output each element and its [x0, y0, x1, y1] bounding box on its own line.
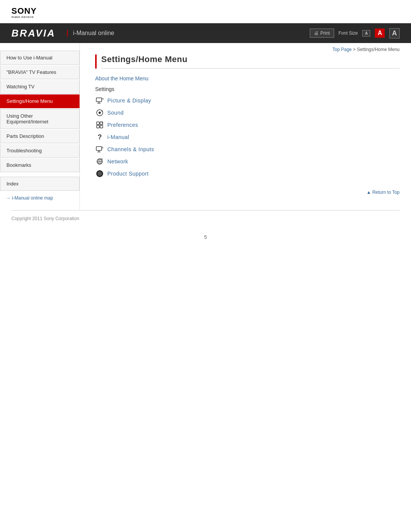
page-title: Settings/Home Menu: [101, 54, 400, 64]
footer: Copyright 2011 Sony Corporation: [0, 211, 411, 227]
svg-point-5: [99, 112, 101, 114]
svg-text:9: 9: [101, 121, 103, 124]
sidebar: How to Use i-Manual "BRAVIA" TV Features…: [0, 43, 80, 210]
print-icon: 🖨: [314, 30, 319, 36]
return-top-area: ▲ Return to Top: [95, 181, 400, 199]
sidebar-item-how-to-use[interactable]: How to Use i-Manual: [0, 51, 80, 65]
sidebar-item-bravia-features[interactable]: "BRAVIA" TV Features: [0, 66, 80, 79]
sony-tagline: make.believe: [11, 15, 400, 19]
imanual-link[interactable]: i-Manual: [107, 134, 129, 140]
product-support-icon: [95, 169, 104, 178]
settings-list: 9 Picture & Display 9 Sound: [95, 96, 400, 178]
sidebar-item-parts-description[interactable]: Parts Description: [0, 129, 80, 143]
svg-text:9: 9: [101, 110, 103, 112]
about-home-menu-link[interactable]: About the Home Menu: [95, 75, 400, 81]
map-link-label: i-Manual online map: [12, 195, 53, 201]
sidebar-item-watching-tv[interactable]: Watching TV: [0, 80, 80, 94]
picture-display-icon: 9: [95, 96, 104, 105]
print-label: Print: [320, 30, 330, 36]
svg-text:9: 9: [102, 97, 104, 101]
sound-link[interactable]: Sound: [107, 110, 124, 116]
sound-icon: 9: [95, 108, 104, 117]
font-size-small-button[interactable]: A: [362, 30, 370, 37]
settings-item-sound: 9 Sound: [95, 108, 400, 117]
arrow-right-icon: →: [6, 195, 12, 201]
product-support-link[interactable]: Product Support: [107, 171, 149, 177]
imanual-icon: ?: [95, 133, 104, 142]
page-title-area: Settings/Home Menu: [95, 54, 400, 69]
svg-rect-12: [96, 147, 102, 150]
sidebar-item-troubleshooting[interactable]: Troubleshooting: [0, 144, 80, 158]
settings-label: Settings: [95, 86, 400, 92]
channels-icon: 9: [95, 145, 104, 154]
logo-area: SONY make.believe: [0, 0, 411, 23]
preferences-icon: 9: [95, 120, 104, 129]
copyright-text: Copyright 2011 Sony Corporation: [11, 216, 79, 221]
header-bar: BRAVIA i-Manual online 🖨 Print Font Size…: [0, 23, 411, 43]
imanual-title: i-Manual online: [67, 30, 115, 37]
svg-text:9: 9: [101, 158, 103, 160]
sidebar-item-index[interactable]: Index: [0, 177, 80, 191]
svg-rect-7: [97, 122, 99, 125]
preferences-link[interactable]: Preferences: [107, 122, 138, 128]
settings-item-imanual: ? i-Manual: [95, 133, 400, 142]
settings-item-product-support: Product Support: [95, 169, 400, 178]
sony-logo: SONY: [11, 7, 400, 15]
picture-display-link[interactable]: Picture & Display: [107, 97, 151, 104]
main-layout: How to Use i-Manual "BRAVIA" TV Features…: [0, 43, 411, 210]
settings-item-channels: 9 Channels & Inputs: [95, 145, 400, 154]
font-size-large-button[interactable]: A: [389, 28, 400, 38]
channels-inputs-link[interactable]: Channels & Inputs: [107, 146, 154, 152]
svg-rect-0: [96, 98, 102, 102]
sidebar-map-link[interactable]: → i-Manual online map: [0, 191, 80, 205]
settings-item-picture: 9 Picture & Display: [95, 96, 400, 105]
svg-point-22: [97, 171, 102, 176]
settings-item-network: 9 Network: [95, 157, 400, 166]
sidebar-item-using-other[interactable]: Using Other Equipment/Internet: [0, 109, 80, 129]
breadcrumb-top-page[interactable]: Top Page: [333, 47, 352, 52]
content-area: Top Page > Settings/Home Menu Settings/H…: [80, 43, 411, 210]
header-right: 🖨 Print Font Size A A A: [310, 28, 400, 38]
title-divider: [101, 68, 400, 69]
network-icon: 9: [95, 157, 104, 166]
return-to-top-link[interactable]: ▲ Return to Top: [366, 190, 400, 195]
network-link[interactable]: Network: [107, 158, 128, 165]
sidebar-item-bookmarks[interactable]: Bookmarks: [0, 158, 80, 172]
breadcrumb-current: Settings/Home Menu: [357, 47, 400, 52]
header-left: BRAVIA i-Manual online: [11, 27, 114, 39]
breadcrumb-separator: >: [353, 47, 357, 52]
svg-rect-10: [100, 125, 103, 128]
font-size-medium-button[interactable]: A: [375, 29, 385, 38]
font-size-label: Font Size: [339, 30, 358, 36]
settings-item-preferences: 9 Preferences: [95, 120, 400, 129]
bravia-logo: BRAVIA: [11, 27, 56, 39]
breadcrumb: Top Page > Settings/Home Menu: [95, 43, 400, 54]
page-number: 5: [0, 227, 411, 248]
svg-text:9: 9: [102, 146, 104, 149]
sidebar-item-settings-home-menu[interactable]: Settings/Home Menu: [0, 94, 80, 108]
print-button[interactable]: 🖨 Print: [310, 29, 334, 38]
svg-rect-9: [97, 125, 99, 128]
